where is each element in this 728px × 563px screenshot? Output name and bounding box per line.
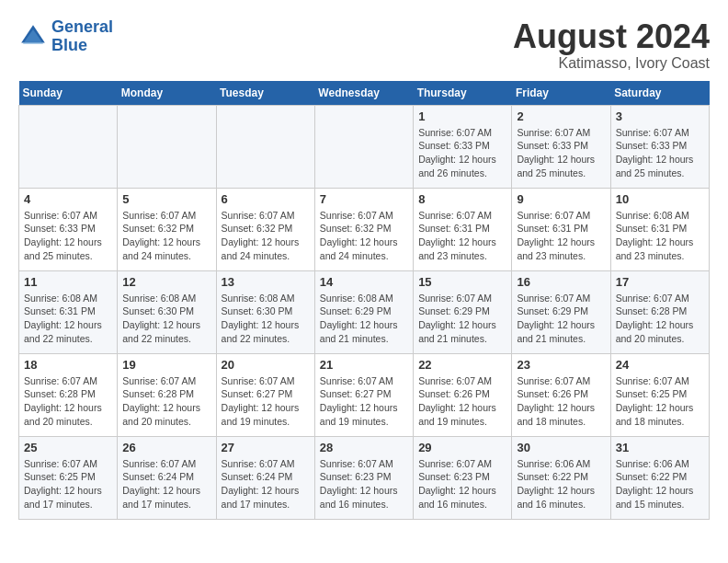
logo: General Blue: [18, 18, 113, 55]
day-info: Sunrise: 6:07 AM Sunset: 6:28 PM Dayligh…: [616, 292, 704, 346]
calendar-day-cell: [118, 105, 216, 188]
weekday-header: Saturday: [610, 81, 709, 106]
calendar-day-cell: 24Sunrise: 6:07 AM Sunset: 6:25 PM Dayli…: [610, 353, 709, 436]
calendar-day-cell: 10Sunrise: 6:08 AM Sunset: 6:31 PM Dayli…: [610, 188, 709, 270]
day-info: Sunrise: 6:07 AM Sunset: 6:33 PM Dayligh…: [24, 209, 112, 263]
day-number: 3: [616, 109, 704, 123]
day-info: Sunrise: 6:07 AM Sunset: 6:27 PM Dayligh…: [222, 374, 310, 429]
day-number: 29: [418, 441, 506, 454]
calendar-day-cell: 31Sunrise: 6:06 AM Sunset: 6:22 PM Dayli…: [610, 436, 709, 519]
calendar-day-cell: 3Sunrise: 6:07 AM Sunset: 6:33 PM Daylig…: [610, 105, 709, 188]
day-number: 6: [222, 192, 310, 206]
calendar-day-cell: 7Sunrise: 6:07 AM Sunset: 6:32 PM Daylig…: [314, 188, 413, 270]
calendar-day-cell: 11Sunrise: 6:08 AM Sunset: 6:31 PM Dayli…: [19, 270, 118, 353]
day-number: 23: [517, 358, 605, 372]
day-number: 24: [616, 358, 704, 372]
day-number: 21: [320, 358, 408, 372]
day-info: Sunrise: 6:07 AM Sunset: 6:24 PM Dayligh…: [222, 457, 310, 511]
logo-text: General Blue: [51, 18, 113, 55]
day-number: 10: [616, 192, 704, 206]
calendar-week-row: 18Sunrise: 6:07 AM Sunset: 6:28 PM Dayli…: [19, 353, 710, 436]
weekday-header: Sunday: [19, 81, 118, 106]
day-number: 12: [122, 275, 210, 289]
day-info: Sunrise: 6:07 AM Sunset: 6:33 PM Dayligh…: [418, 126, 506, 180]
calendar-day-cell: 13Sunrise: 6:08 AM Sunset: 6:30 PM Dayli…: [216, 270, 314, 353]
title-area: August 2024 Katimasso, Ivory Coast: [513, 18, 710, 72]
calendar-day-cell: 16Sunrise: 6:07 AM Sunset: 6:29 PM Dayli…: [512, 270, 610, 353]
day-number: 16: [517, 275, 605, 289]
calendar-day-cell: [314, 105, 413, 188]
calendar-week-row: 4Sunrise: 6:07 AM Sunset: 6:33 PM Daylig…: [19, 188, 710, 270]
day-info: Sunrise: 6:07 AM Sunset: 6:29 PM Dayligh…: [418, 292, 506, 346]
day-info: Sunrise: 6:07 AM Sunset: 6:32 PM Dayligh…: [122, 209, 210, 263]
day-info: Sunrise: 6:07 AM Sunset: 6:28 PM Dayligh…: [24, 374, 112, 429]
day-info: Sunrise: 6:07 AM Sunset: 6:26 PM Dayligh…: [418, 374, 506, 429]
calendar-week-row: 25Sunrise: 6:07 AM Sunset: 6:25 PM Dayli…: [19, 436, 710, 519]
calendar-day-cell: 30Sunrise: 6:06 AM Sunset: 6:22 PM Dayli…: [512, 436, 610, 519]
weekday-header: Wednesday: [314, 81, 413, 106]
calendar-day-cell: 1Sunrise: 6:07 AM Sunset: 6:33 PM Daylig…: [414, 105, 512, 188]
calendar-day-cell: 15Sunrise: 6:07 AM Sunset: 6:29 PM Dayli…: [414, 270, 512, 353]
calendar-day-cell: [216, 105, 314, 188]
day-info: Sunrise: 6:08 AM Sunset: 6:31 PM Dayligh…: [616, 209, 704, 263]
calendar-day-cell: 2Sunrise: 6:07 AM Sunset: 6:33 PM Daylig…: [512, 105, 610, 188]
day-info: Sunrise: 6:07 AM Sunset: 6:31 PM Dayligh…: [517, 209, 605, 263]
calendar-day-cell: 4Sunrise: 6:07 AM Sunset: 6:33 PM Daylig…: [19, 188, 118, 270]
day-info: Sunrise: 6:07 AM Sunset: 6:32 PM Dayligh…: [222, 209, 310, 263]
calendar-day-cell: 27Sunrise: 6:07 AM Sunset: 6:24 PM Dayli…: [216, 436, 314, 519]
weekday-header: Friday: [512, 81, 610, 106]
calendar-day-cell: 20Sunrise: 6:07 AM Sunset: 6:27 PM Dayli…: [216, 353, 314, 436]
weekday-header: Tuesday: [216, 81, 314, 106]
calendar-week-row: 1Sunrise: 6:07 AM Sunset: 6:33 PM Daylig…: [19, 105, 710, 188]
day-info: Sunrise: 6:07 AM Sunset: 6:24 PM Dayligh…: [122, 457, 210, 511]
day-number: 26: [122, 441, 210, 454]
calendar-day-cell: 9Sunrise: 6:07 AM Sunset: 6:31 PM Daylig…: [512, 188, 610, 270]
calendar-day-cell: 14Sunrise: 6:08 AM Sunset: 6:29 PM Dayli…: [314, 270, 413, 353]
day-info: Sunrise: 6:07 AM Sunset: 6:29 PM Dayligh…: [517, 292, 605, 346]
page-subtitle: Katimasso, Ivory Coast: [513, 55, 710, 72]
calendar-day-cell: 28Sunrise: 6:07 AM Sunset: 6:23 PM Dayli…: [314, 436, 413, 519]
day-info: Sunrise: 6:08 AM Sunset: 6:31 PM Dayligh…: [24, 292, 112, 346]
day-number: 19: [122, 358, 210, 372]
page-header: General Blue August 2024 Katimasso, Ivor…: [18, 18, 710, 72]
day-number: 15: [418, 275, 506, 289]
day-number: 4: [24, 192, 112, 206]
calendar-day-cell: 18Sunrise: 6:07 AM Sunset: 6:28 PM Dayli…: [19, 353, 118, 436]
day-number: 28: [320, 441, 408, 454]
day-info: Sunrise: 6:06 AM Sunset: 6:22 PM Dayligh…: [517, 457, 605, 511]
calendar-day-cell: 23Sunrise: 6:07 AM Sunset: 6:26 PM Dayli…: [512, 353, 610, 436]
day-info: Sunrise: 6:07 AM Sunset: 6:33 PM Dayligh…: [517, 126, 605, 180]
day-info: Sunrise: 6:07 AM Sunset: 6:31 PM Dayligh…: [418, 209, 506, 263]
day-info: Sunrise: 6:07 AM Sunset: 6:25 PM Dayligh…: [24, 457, 112, 511]
day-info: Sunrise: 6:07 AM Sunset: 6:26 PM Dayligh…: [517, 374, 605, 429]
page-title: August 2024: [513, 18, 710, 55]
weekday-header: Monday: [118, 81, 216, 106]
day-number: 30: [517, 441, 605, 454]
calendar-table: SundayMondayTuesdayWednesdayThursdayFrid…: [18, 81, 710, 520]
day-info: Sunrise: 6:07 AM Sunset: 6:32 PM Dayligh…: [320, 209, 408, 263]
day-number: 5: [122, 192, 210, 206]
day-number: 27: [222, 441, 310, 454]
day-info: Sunrise: 6:08 AM Sunset: 6:30 PM Dayligh…: [122, 292, 210, 346]
day-info: Sunrise: 6:08 AM Sunset: 6:29 PM Dayligh…: [320, 292, 408, 346]
day-number: 13: [222, 275, 310, 289]
day-info: Sunrise: 6:07 AM Sunset: 6:23 PM Dayligh…: [418, 457, 506, 511]
day-info: Sunrise: 6:07 AM Sunset: 6:25 PM Dayligh…: [616, 374, 704, 429]
calendar-day-cell: [19, 105, 118, 188]
day-number: 1: [418, 109, 506, 123]
calendar-day-cell: 19Sunrise: 6:07 AM Sunset: 6:28 PM Dayli…: [118, 353, 216, 436]
calendar-day-cell: 17Sunrise: 6:07 AM Sunset: 6:28 PM Dayli…: [610, 270, 709, 353]
weekday-header: Thursday: [414, 81, 512, 106]
day-number: 7: [320, 192, 408, 206]
calendar-day-cell: 8Sunrise: 6:07 AM Sunset: 6:31 PM Daylig…: [414, 188, 512, 270]
logo-icon: [18, 22, 48, 52]
day-number: 14: [320, 275, 408, 289]
calendar-day-cell: 29Sunrise: 6:07 AM Sunset: 6:23 PM Dayli…: [414, 436, 512, 519]
day-info: Sunrise: 6:07 AM Sunset: 6:23 PM Dayligh…: [320, 457, 408, 511]
day-number: 17: [616, 275, 704, 289]
day-number: 20: [222, 358, 310, 372]
calendar-day-cell: 6Sunrise: 6:07 AM Sunset: 6:32 PM Daylig…: [216, 188, 314, 270]
day-number: 2: [517, 109, 605, 123]
day-number: 8: [418, 192, 506, 206]
day-number: 18: [24, 358, 112, 372]
